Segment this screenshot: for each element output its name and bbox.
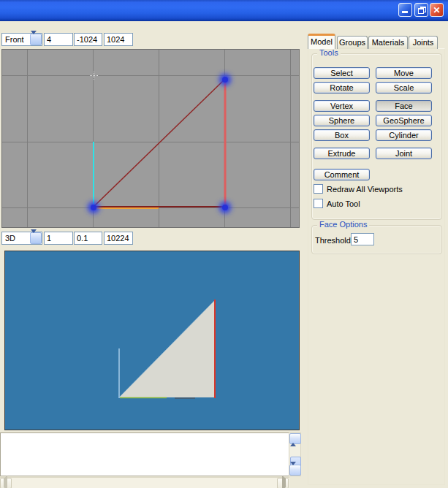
vertical-scrollbar[interactable] [289,432,301,476]
dropdown-arrow-icon[interactable] [30,232,42,244]
minimize-icon [402,11,408,13]
front-view-value: Front [5,35,24,44]
face-button[interactable]: Face [376,100,432,112]
title-bar[interactable]: ✕ [0,0,448,21]
scroll-up-button[interactable] [289,433,301,444]
tab-model[interactable]: Model [308,34,335,49]
dropdown-arrow-icon[interactable] [30,34,42,45]
front-viewport-drawing [2,50,299,227]
restore-button[interactable] [414,3,428,17]
face-options-groupbox-label: Face Options [317,220,369,229]
scroll-left-icon [4,476,7,488]
3d-field-2[interactable] [74,232,102,245]
front-viewport-canvas[interactable] [1,49,300,228]
front-min-field[interactable] [74,33,102,46]
horizontal-scrollbar[interactable] [0,477,289,488]
cylinder-button[interactable]: Cylinder [376,129,432,141]
joint-button[interactable]: Joint [376,148,432,159]
restore-icon [418,7,426,14]
3d-field-3[interactable] [104,232,133,245]
scroll-left-button[interactable] [0,478,12,488]
scroll-right-button[interactable] [277,478,289,488]
comment-button[interactable]: Comment [314,169,370,180]
threshold-field[interactable] [351,233,374,245]
extrude-button[interactable]: Extrude [314,148,370,159]
scroll-up-icon [290,434,296,446]
front-grid-field[interactable] [44,33,73,46]
scroll-down-button[interactable] [289,465,301,476]
3d-field-1[interactable] [44,232,73,245]
application-window: ✕ Front [0,0,448,488]
auto-tool-checkbox[interactable] [314,199,323,208]
threshold-label: Threshold [315,236,351,245]
select-button[interactable]: Select [314,67,370,79]
close-icon: ✕ [430,4,443,17]
3d-viewport-canvas[interactable] [4,251,300,430]
rotate-button[interactable]: Rotate [314,82,370,94]
minimize-button[interactable] [398,3,412,17]
3d-view-value: 3D [5,234,15,243]
3d-view-select[interactable]: 3D [1,232,42,245]
vertex-button[interactable]: Vertex [314,100,370,112]
geosphere-button[interactable]: GeoSphere [376,115,432,126]
message-list[interactable] [0,432,289,476]
close-button[interactable]: ✕ [430,3,444,17]
tab-joints[interactable]: Joints [409,36,438,49]
auto-tool-label: Auto Tool [327,199,360,208]
front-view-select[interactable]: Front [1,33,42,46]
redraw-all-viewports-label: Redraw All Viewports [327,185,403,194]
box-button[interactable]: Box [314,129,370,141]
scroll-right-icon [282,476,286,488]
scale-button[interactable]: Scale [376,82,432,94]
3d-viewport-drawing [5,251,299,430]
redraw-all-viewports-checkbox[interactable] [314,184,323,194]
tab-materials[interactable]: Materials [368,36,408,49]
tools-groupbox-label: Tools [317,48,341,57]
tab-groups[interactable]: Groups [337,36,368,49]
move-button[interactable]: Move [376,67,432,79]
scroll-down-icon [290,462,296,474]
sphere-button[interactable]: Sphere [314,115,370,126]
front-max-field[interactable] [104,33,133,46]
